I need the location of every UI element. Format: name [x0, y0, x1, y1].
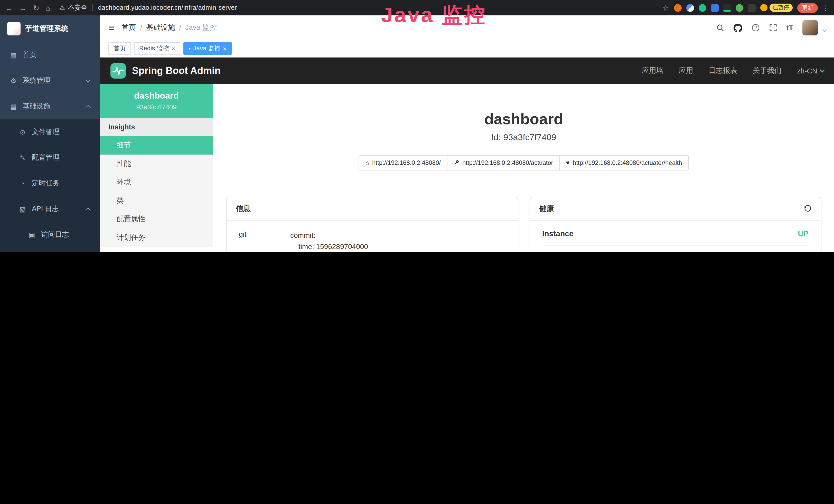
sba-item-configprops[interactable]: 配置属性: [100, 210, 213, 229]
chevron-down-icon: [86, 77, 91, 82]
sidebar-item-config-manage[interactable]: ✎ 配置管理: [0, 145, 100, 170]
health-url-button[interactable]: ♥ http://192.168.0.2:48080/actuator/heal…: [559, 155, 689, 170]
instance-url-button[interactable]: ⌂ http://192.168.0.2:48080/: [359, 155, 447, 170]
screen: ← → ↻ ⌂ ⚠ 不安全 dashboard.yudao.iocoder.cn…: [0, 0, 834, 252]
browser-menu-icon[interactable]: ⋮: [822, 4, 829, 12]
paused-badge-label: 已暂停: [769, 4, 793, 12]
url-text[interactable]: dashboard.yudao.iocoder.cn/infra/admin-s…: [98, 4, 237, 11]
sba-item-environment[interactable]: 环境: [100, 173, 213, 191]
hamburger-icon[interactable]: ≡: [108, 23, 114, 33]
fullscreen-icon[interactable]: [769, 24, 777, 32]
tag-label: Redis 监控: [139, 44, 169, 53]
font-size-icon[interactable]: tT: [787, 24, 793, 32]
profile-face-icon: [760, 4, 767, 11]
tag-label: Java 监控: [193, 44, 220, 53]
health-card-title: 健康: [539, 204, 554, 214]
sidebar-item-file-manage[interactable]: ⊙ 文件管理: [0, 119, 100, 145]
edit-icon: ✎: [19, 154, 27, 161]
browser-forward-icon[interactable]: →: [19, 4, 27, 12]
sba-item-classes[interactable]: 类: [100, 191, 213, 210]
help-icon[interactable]: ?: [751, 24, 760, 32]
file-icon: ⊙: [19, 128, 27, 136]
chevron-down-icon: [822, 28, 827, 32]
browser-back-icon[interactable]: ←: [5, 4, 13, 12]
info-value: commit: time: 1596289704000 id: 27aa832 …: [290, 230, 505, 252]
sidebar-item-scheduled-jobs[interactable]: ◔ 定时任务: [0, 170, 100, 196]
sba-item-scheduledtasks[interactable]: 计划任务: [100, 229, 213, 247]
extension-icon[interactable]: [736, 4, 743, 12]
info-key: git: [239, 230, 290, 238]
infra-submenu: ⊙ 文件管理 ✎ 配置管理 ◔ 定时任务 ▧ API 日志 ▣ 访问日志 ▣: [0, 119, 100, 252]
sidebar-item-system[interactable]: ⚙ 系统管理: [0, 68, 100, 93]
sba-nav-applications[interactable]: 应用: [679, 66, 693, 75]
close-icon[interactable]: ×: [172, 45, 175, 52]
extension-icon[interactable]: [698, 4, 706, 12]
dashboard-icon: ▦: [9, 51, 18, 59]
browser-right-cluster: ☆ 已暂停 更新 ⋮: [662, 3, 829, 13]
app-logo-row[interactable]: 芋道管理系统: [0, 16, 100, 42]
tag-java-monitor[interactable]: ● Java 监控 ×: [183, 42, 232, 55]
tag-redis-monitor[interactable]: Redis 监控 ×: [134, 42, 180, 55]
extension-icon[interactable]: [686, 4, 694, 12]
sidebar-item-access-log[interactable]: ▣ 访问日志: [0, 222, 100, 248]
sba-brand-title[interactable]: Spring Boot Admin: [132, 65, 221, 76]
sba-language-select[interactable]: zh-CN: [797, 67, 824, 75]
app-logo: [7, 22, 21, 36]
tag-label: 首页: [113, 44, 126, 53]
sba-nav-wallboard[interactable]: 应用墙: [642, 66, 663, 75]
tag-home[interactable]: 首页: [108, 42, 131, 55]
info-card-title: 信息: [226, 197, 518, 221]
browser-reload-icon[interactable]: ↻: [33, 4, 39, 12]
bookmark-star-icon[interactable]: ☆: [662, 4, 669, 12]
clock-icon: ◔: [19, 180, 27, 187]
page-subtitle: Id: 93a3fc7f7409: [213, 133, 834, 143]
profile-paused-badge[interactable]: 已暂停: [760, 4, 793, 12]
browser-home-icon[interactable]: ⌂: [45, 4, 50, 12]
health-card: 健康 Instance UP: [530, 197, 821, 252]
page-title: dashboard: [213, 110, 834, 129]
sba-header: Spring Boot Admin 应用墙 应用 日志报表 关于我们 zh-CN: [100, 58, 834, 84]
sidebar-item-label: 访问日志: [41, 230, 91, 239]
gear-icon: ⚙: [9, 77, 18, 85]
extension-icon[interactable]: [674, 4, 681, 12]
sba-item-metrics[interactable]: 性能: [100, 155, 213, 173]
search-icon[interactable]: [716, 24, 724, 32]
sba-app-name: dashboard: [104, 91, 208, 101]
actuator-url-label: http://192.168.0.2:48080/actuator: [462, 159, 553, 166]
sba-section-insights: Insights: [100, 118, 213, 136]
actuator-url-button[interactable]: http://192.168.0.2:48080/actuator: [447, 155, 560, 170]
breadcrumb-infra[interactable]: 基础设施: [146, 23, 175, 32]
sidebar-item-api-log[interactable]: ▧ API 日志: [0, 196, 100, 222]
git-commit-label: commit:: [290, 230, 505, 241]
github-icon[interactable]: [733, 23, 742, 32]
address-bar[interactable]: ⚠ 不安全 dashboard.yudao.iocoder.cn/infra/a…: [59, 3, 237, 12]
sidebar-item-infra[interactable]: ▤ 基础设施: [0, 93, 100, 119]
sba-item-logs[interactable]: 日志: [100, 247, 213, 252]
sba-nav: 应用墙 应用 日志报表 关于我们 zh-CN: [642, 66, 824, 75]
sba-nav-about[interactable]: 关于我们: [753, 66, 782, 75]
sba-item-details[interactable]: 细节: [100, 136, 213, 155]
sba-nav-journal[interactable]: 日志报表: [709, 66, 738, 75]
sba-sidebar: dashboard 93a3fc7f7409 Insights 细节 性能 环境…: [100, 84, 213, 252]
status-badge: UP: [798, 229, 809, 238]
sba-logo-icon: [110, 63, 126, 78]
sidebar-item-home[interactable]: ▦ 首页: [0, 42, 100, 68]
chrome-update-button[interactable]: 更新: [797, 3, 818, 13]
header-actions: ? tT: [716, 20, 826, 36]
chevron-up-icon: [86, 105, 91, 110]
sba-app-header[interactable]: dashboard 93a3fc7f7409: [100, 84, 213, 118]
security-label: 不安全: [68, 3, 87, 12]
wrench-icon: [454, 159, 459, 166]
puzzle-extension-icon[interactable]: [748, 4, 755, 12]
history-icon[interactable]: [804, 204, 812, 213]
extension-icon[interactable]: [711, 4, 719, 12]
instance-links: ⌂ http://192.168.0.2:48080/ http://192.1…: [213, 155, 834, 170]
breadcrumb-home[interactable]: 首页: [122, 23, 136, 32]
sidebar-item-label: 系统管理: [23, 76, 81, 85]
extension-icon[interactable]: [723, 4, 731, 12]
close-icon[interactable]: ×: [223, 45, 226, 52]
breadcrumb: 首页 / 基础设施 / Java 监控: [122, 23, 217, 32]
log-icon: ▣: [28, 231, 36, 238]
avatar[interactable]: [803, 20, 818, 36]
sidebar-item-error-log[interactable]: ▣ 错误日志: [0, 248, 100, 252]
